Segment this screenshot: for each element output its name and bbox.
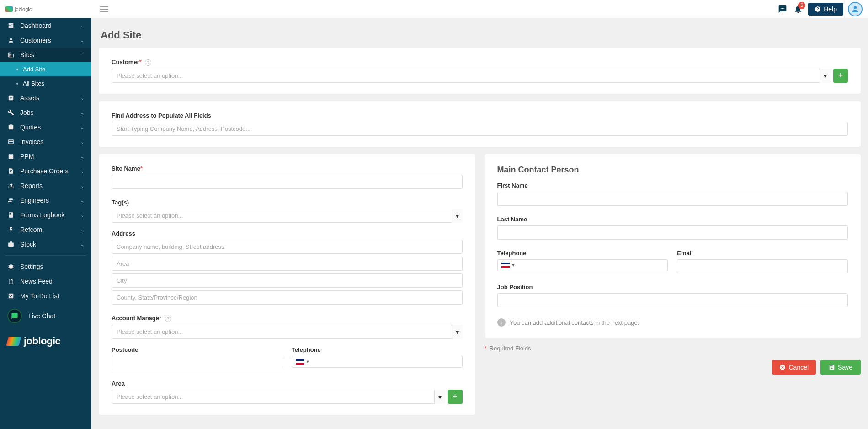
- first-name-input[interactable]: [497, 192, 848, 206]
- chevron-down-icon: ⌄: [80, 139, 84, 145]
- flag-uk-icon: [296, 359, 304, 365]
- todo-icon: [7, 292, 15, 300]
- sidebar-item-reports[interactable]: Reports⌄: [0, 178, 91, 193]
- chevron-down-icon: ⌄: [80, 198, 84, 203]
- sidebar-item-engineers[interactable]: Engineers⌄: [0, 193, 91, 208]
- flag-uk-icon: [501, 263, 510, 268]
- contact-telephone-input[interactable]: ▼: [497, 259, 668, 271]
- sidebar-item-refcom[interactable]: Refcom⌄: [0, 222, 91, 237]
- address-line2-input[interactable]: [112, 257, 463, 271]
- sidebar-item-label: Assets: [20, 94, 39, 102]
- sidebar-item-invoices[interactable]: Invoices⌄: [0, 134, 91, 149]
- sidebar-item-customers[interactable]: Customers⌄: [0, 33, 91, 48]
- stock-icon: [7, 241, 15, 248]
- chevron-down-icon: ⌄: [80, 183, 84, 188]
- sidebar-item-label: Engineers: [20, 197, 49, 204]
- add-area-button[interactable]: +: [448, 390, 463, 404]
- sidebar-item-ppm[interactable]: PPM⌄: [0, 149, 91, 164]
- chevron-down-icon[interactable]: ▾: [452, 325, 463, 339]
- last-name-input[interactable]: [497, 225, 848, 240]
- user-avatar[interactable]: [848, 2, 863, 16]
- chat-icon: [7, 309, 22, 323]
- account-manager-select[interactable]: Please select an option... ▾: [112, 325, 463, 339]
- sidebar-item-stock[interactable]: Stock⌄: [0, 237, 91, 252]
- save-button[interactable]: Save: [820, 360, 861, 375]
- sidebar-item-news-feed[interactable]: News Feed: [0, 274, 91, 289]
- email-input[interactable]: [677, 259, 848, 273]
- chevron-down-icon: ⌄: [80, 169, 84, 174]
- find-address-input[interactable]: [112, 122, 848, 136]
- live-chat-button[interactable]: Live Chat: [0, 303, 91, 329]
- telephone-input[interactable]: ▼: [292, 356, 463, 368]
- sidebar-item-settings[interactable]: Settings: [0, 259, 91, 274]
- site-name-label: Site Name*: [112, 165, 463, 172]
- sidebar-subitem-add-site[interactable]: Add Site: [0, 62, 91, 76]
- chevron-down-icon: ⌄: [80, 242, 84, 247]
- address-line4-input[interactable]: [112, 290, 463, 305]
- address-line3-input[interactable]: [112, 273, 463, 288]
- customer-select[interactable]: Please select an option... ▾: [112, 69, 831, 83]
- site-name-input[interactable]: [112, 175, 463, 189]
- tags-select[interactable]: Please select an option... ▾: [112, 209, 463, 223]
- help-button[interactable]: Help: [808, 3, 843, 16]
- customer-panel: Customer* ? Please select an option... ▾…: [99, 48, 861, 94]
- sidebar-item-forms-logbook[interactable]: Forms Logbook⌄: [0, 208, 91, 222]
- quotes-icon: [7, 123, 15, 131]
- refcom-icon: [7, 226, 15, 233]
- sidebar-subitem-all-sites[interactable]: All Sites: [0, 76, 91, 91]
- customer-label: Customer* ?: [112, 59, 848, 66]
- help-tooltip-icon[interactable]: ?: [165, 316, 171, 322]
- sidebar-item-label: Stock: [20, 241, 36, 248]
- menu-toggle-icon[interactable]: [100, 5, 108, 13]
- chevron-down-icon[interactable]: ▾: [820, 69, 831, 83]
- area-label: Area: [112, 380, 463, 387]
- sidebar-item-jobs[interactable]: Jobs⌄: [0, 105, 91, 120]
- sidebar-item-label: My To-Do List: [20, 292, 59, 300]
- chevron-down-icon: ⌄: [80, 38, 84, 43]
- chevron-down-icon: ⌄: [80, 96, 84, 101]
- postcode-input[interactable]: [112, 356, 282, 370]
- engineers-icon: [7, 197, 15, 204]
- chevron-down-icon: ⌄: [80, 227, 84, 232]
- address-line1-input[interactable]: [112, 240, 463, 254]
- add-customer-button[interactable]: +: [833, 69, 848, 83]
- job-position-input[interactable]: [497, 293, 848, 307]
- sidebar-item-my-to-do-list[interactable]: My To-Do List: [0, 289, 91, 303]
- sidebar-item-label: Forms Logbook: [20, 211, 64, 219]
- reports-icon: [7, 182, 15, 189]
- bullet-icon: [16, 69, 18, 70]
- logo[interactable]: joblogic: [5, 6, 32, 12]
- po-icon: [7, 167, 15, 175]
- cancel-button[interactable]: Cancel: [772, 360, 816, 375]
- sidebar-item-label: Settings: [20, 263, 43, 270]
- chevron-down-icon: ⌄: [80, 23, 84, 28]
- help-tooltip-icon[interactable]: ?: [145, 59, 151, 66]
- chevron-down-icon[interactable]: ▾: [452, 209, 463, 223]
- news-icon: [7, 278, 15, 285]
- sidebar-item-label: Jobs: [20, 109, 34, 116]
- chevron-down-icon: ⌄: [80, 125, 84, 130]
- first-name-label: First Name: [497, 182, 848, 189]
- messages-icon[interactable]: [777, 4, 788, 15]
- chevron-up-icon: ⌃: [80, 53, 84, 58]
- sidebar-item-quotes[interactable]: Quotes⌄: [0, 120, 91, 134]
- sidebar-item-dashboard[interactable]: Dashboard⌄: [0, 18, 91, 33]
- sidebar-item-label: Refcom: [20, 226, 42, 233]
- forms-icon: [7, 211, 15, 219]
- sidebar-item-label: News Feed: [20, 278, 53, 285]
- find-address-panel: Find Address to Populate All Fields: [99, 101, 861, 147]
- notifications-icon[interactable]: 6: [793, 4, 804, 15]
- sidebar-footer-logo: joblogic: [0, 329, 91, 354]
- sidebar-item-purchase-orders[interactable]: Purchase Orders⌄: [0, 164, 91, 178]
- sidebar-item-label: Add Site: [23, 66, 45, 73]
- sidebar-item-assets[interactable]: Assets⌄: [0, 91, 91, 105]
- svg-point-2: [784, 8, 785, 9]
- sidebar-item-label: Reports: [20, 182, 43, 189]
- invoices-icon: [7, 138, 15, 145]
- chevron-down-icon[interactable]: ▾: [434, 390, 445, 404]
- sidebar-item-sites[interactable]: Sites⌃: [0, 48, 91, 62]
- svg-point-0: [781, 8, 782, 9]
- contact-section-title: Main Contact Person: [497, 165, 848, 175]
- area-select[interactable]: Please select an option... ▾: [112, 390, 445, 404]
- last-name-label: Last Name: [497, 216, 848, 223]
